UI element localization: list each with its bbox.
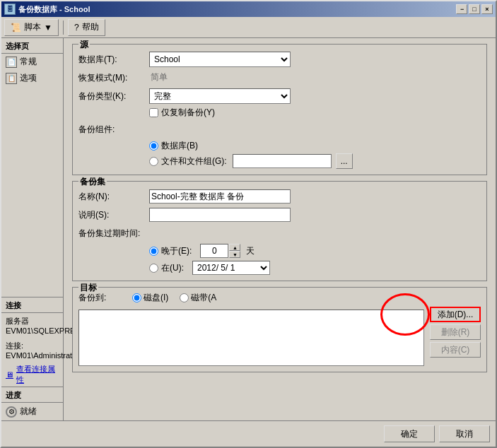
source-section-label: 源 [78,39,90,51]
desc-row: 说明(S): [78,207,481,223]
sidebar-conn-label: 连接: EVM01\Administrator [1,338,63,362]
disk-radio-option: 磁盘(I) [132,292,168,304]
backup-set-label: 备份集 [78,176,107,188]
file-group-input[interactable] [233,154,332,168]
tape-label: 磁带(A [191,292,216,304]
component-label-row: 备份组件: [78,122,481,137]
add-button[interactable]: 添加(D)... [430,307,481,322]
name-label: 名称(N): [78,191,149,203]
server-title: 服务器 [6,316,59,326]
server-value: EVM01\SQLEXPRESS [6,326,59,335]
backup-set-section: 备份集 名称(N): 说明(S): 备份集过期时间: [72,181,487,281]
backup-type-row: 备份类型(K): 完整 [78,88,481,104]
title-bar: 🗄 备份数据库 - School － □ × [1,1,496,17]
on-row: 在(U): 2012/ 5/ 1 [149,261,481,275]
script-button[interactable]: 📜 脚本 ▼ [4,19,59,36]
recovery-label: 恢复模式(M): [78,72,149,84]
sidebar-section-select: 选择页 [1,38,63,54]
toolbar-separator [63,20,64,35]
copy-only-label: 仅复制备份(Y) [161,107,215,119]
conn-link-text: 查看连接属性 [16,364,59,385]
window-title: 备份数据库 - School [18,4,90,15]
options-label: 选项 [20,72,37,84]
script-icon: 📜 [11,23,21,33]
conn-properties-link[interactable]: 🖥 查看连接属性 [1,362,63,387]
restore-button[interactable]: □ [469,4,480,14]
copy-only-row: 仅复制备份(Y) [149,107,481,119]
radio-on[interactable] [149,264,158,273]
sidebar-server-label: 服务器 EVM01\SQLEXPRESS [1,313,63,338]
radio-after[interactable] [149,247,158,256]
target-list-area [78,307,424,366]
source-content: 数据库(T): School 恢复模式(M): 简单 备份类型(K): [78,52,481,169]
network-icon: 🖥 [6,370,13,379]
help-button[interactable]: ? 帮助 [68,19,105,36]
gear-icon: ⚙ [6,406,17,418]
options-icon: 📋 [6,73,17,84]
delete-button[interactable]: 删除(R) [430,324,481,340]
close-button[interactable]: × [481,4,493,14]
backup-type-label: 备份类型(K): [78,90,149,102]
title-bar-left: 🗄 备份数据库 - School [4,4,90,15]
spinbox-up[interactable]: ▲ [229,244,240,251]
file-browse-button[interactable]: ... [336,153,353,169]
target-inner: 添加(D)... 删除(R) 内容(C) [78,307,481,366]
target-section: 目标 备份到: 磁盘(I) 磁带(A [72,287,487,372]
radio-file-row: 文件和文件组(G): ... [149,153,481,169]
after-label: 晚于(E): [161,245,192,257]
name-input[interactable] [149,189,291,204]
sidebar-item-normal[interactable]: 📄 常规 [1,54,63,70]
help-label: 帮助 [82,21,99,33]
progress-status-row: ⚙ 就绪 [1,403,63,420]
source-section: 源 数据库(T): School 恢复模式(M): 简单 [72,44,487,175]
main-layout: 选择页 📄 常规 📋 选项 连接 服务器 EVM01\SQLEXPRESS 连接… [1,38,496,420]
expire-label: 备份集过期时间: [78,228,149,240]
conn-value: EVM01\Administrator [6,351,59,360]
component-label: 备份组件: [78,124,149,136]
minimize-button[interactable]: － [456,4,467,14]
ok-button[interactable]: 确定 [384,425,435,442]
disk-label: 磁盘(I) [144,292,168,304]
days-label: 天 [246,245,255,257]
sidebar-section-progress: 进度 [1,387,63,403]
spinbox-buttons: ▲ ▼ [229,244,240,258]
date-select[interactable]: 2012/ 5/ 1 [192,261,270,275]
recovery-row: 恢复模式(M): 简单 [78,70,481,86]
cancel-button[interactable]: 取消 [439,425,490,442]
database-row: 数据库(T): School [78,52,481,67]
backup-type-select[interactable]: 完整 [149,88,291,104]
radio-db-label: 数据库(B) [161,140,198,152]
backup-set-content: 名称(N): 说明(S): 备份集过期时间: [78,189,481,275]
radio-group: 数据库(B) 文件和文件组(G): ... [149,140,481,169]
expire-label-row: 备份集过期时间: [78,225,481,241]
script-label: 脚本 [24,21,41,33]
after-row: 晚于(E): ▲ ▼ 天 [149,244,481,258]
target-list[interactable] [78,310,424,366]
days-input[interactable] [200,244,228,258]
conn-title: 连接: [6,341,59,351]
on-label: 在(U): [161,262,184,274]
window-icon: 🗄 [4,4,16,15]
help-icon: ? [74,23,79,33]
normal-label: 常规 [20,56,37,68]
desc-label: 说明(S): [78,209,149,221]
spinbox-down[interactable]: ▼ [229,251,240,258]
desc-input[interactable] [149,208,291,222]
title-bar-buttons: － □ × [456,4,493,14]
copy-only-checkbox[interactable] [149,108,158,117]
toolbar: 📜 脚本 ▼ ? 帮助 [1,17,496,38]
radio-file-label: 文件和文件组(G): [161,155,227,167]
radio-db-row: 数据库(B) [149,140,481,152]
normal-icon: 📄 [6,57,17,68]
script-dropdown-arrow: ▼ [44,23,52,33]
database-select[interactable]: School [149,52,291,67]
radio-database[interactable] [149,141,158,151]
radio-tape[interactable] [180,293,189,302]
target-section-label: 目标 [78,282,98,294]
sidebar-item-options[interactable]: 📋 选项 [1,70,63,86]
radio-disk[interactable] [132,293,141,302]
progress-status-text: 就绪 [20,406,37,418]
sidebar: 选择页 📄 常规 📋 选项 连接 服务器 EVM01\SQLEXPRESS 连接… [1,38,64,420]
radio-file[interactable] [149,157,158,166]
content-button[interactable]: 内容(C) [430,342,481,358]
